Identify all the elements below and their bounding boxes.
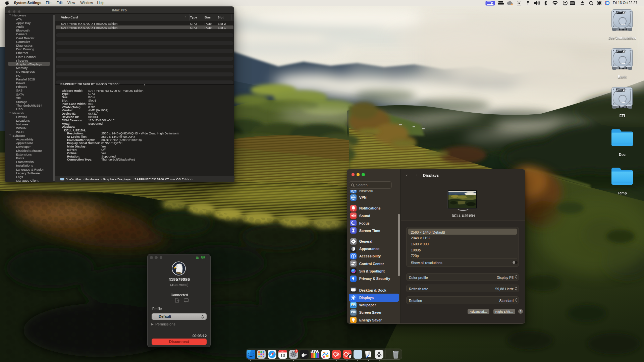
svg-text:13: 13 <box>280 353 285 358</box>
svg-text:OCT: OCT <box>281 350 284 352</box>
svg-text:2: 2 <box>296 350 297 352</box>
svg-text:tv: tv <box>304 353 307 356</box>
